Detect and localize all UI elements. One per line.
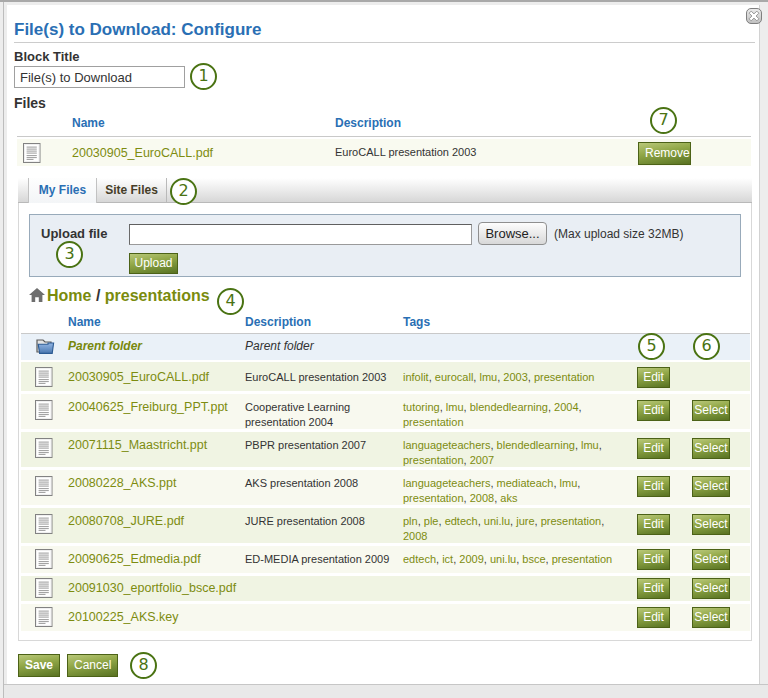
file-icon — [23, 143, 41, 167]
tag-link[interactable]: bsce — [522, 553, 545, 565]
file-name-link[interactable]: 20071115_Maastricht.ppt — [68, 438, 207, 452]
file-row: 20030905_EuroCALL.pdfEuroCALL presentati… — [21, 362, 750, 391]
file-description: EuroCALL presentation 2003 — [245, 370, 407, 385]
cancel-button[interactable]: Cancel — [67, 654, 118, 677]
tag-link[interactable]: jure — [516, 515, 534, 527]
tag-link[interactable]: eurocall — [435, 371, 474, 383]
close-icon[interactable] — [746, 8, 762, 24]
upload-file-label: Upload file — [41, 226, 107, 241]
annotation-4: 4 — [217, 288, 244, 315]
title-divider — [14, 42, 755, 43]
edit-button[interactable]: Edit — [637, 549, 670, 570]
tag-link[interactable]: 2007 — [470, 454, 494, 466]
file-tags: pln, ple, edtech, uni.lu, jure, presenta… — [403, 514, 621, 544]
home-icon[interactable] — [29, 288, 45, 307]
select-button[interactable]: Select — [692, 476, 730, 497]
annotation-3: 3 — [56, 241, 83, 268]
file-row: 20080228_AKS.pptAKS presentation 2008lan… — [21, 470, 750, 505]
tag-link[interactable]: pln — [403, 515, 418, 527]
tag-link[interactable]: languageteachers — [403, 477, 490, 489]
tag-link[interactable]: tutoring — [403, 401, 440, 413]
tab-my-files[interactable]: My Files — [28, 178, 97, 203]
tag-link[interactable]: presentation — [403, 416, 464, 428]
window-top-edge — [0, 0, 768, 2]
tag-link[interactable]: 2008 — [470, 492, 494, 504]
edit-button[interactable]: Edit — [637, 578, 670, 599]
upload-file-input[interactable] — [129, 224, 472, 245]
select-button[interactable]: Select — [692, 607, 730, 628]
select-button[interactable]: Select — [692, 400, 730, 421]
upload-button[interactable]: Upload — [129, 253, 178, 274]
tag-link[interactable]: languageteachers — [403, 439, 490, 451]
tag-link[interactable]: edtech — [445, 515, 478, 527]
file-name-link[interactable]: 20080708_JURE.pdf — [68, 514, 184, 528]
select-button[interactable]: Select — [692, 514, 730, 535]
upload-panel: Upload file Browse... (Max upload size 3… — [29, 214, 741, 277]
tag-link[interactable]: presentation — [534, 371, 595, 383]
edit-button[interactable]: Edit — [637, 400, 670, 421]
file-name-link[interactable]: 20040625_Freiburg_PPT.ppt — [68, 400, 228, 414]
breadcrumb-home-link[interactable]: Home — [47, 287, 91, 304]
tag-link[interactable]: presentation — [552, 553, 613, 565]
file-source-tabs: My Files Site Files — [18, 178, 752, 203]
file-name-link[interactable]: 20090625_Edmedia.pdf — [68, 552, 201, 566]
tag-link[interactable]: 2004 — [554, 401, 578, 413]
file-tags: infolit, eurocall, lmu, 2003, presentati… — [403, 370, 621, 385]
file-table-description-header: Description — [245, 315, 311, 329]
tag-link[interactable]: blendedlearning — [470, 401, 548, 413]
tag-link[interactable]: 2009 — [459, 553, 483, 565]
tag-link[interactable]: lmu — [581, 439, 599, 451]
file-icon — [35, 367, 53, 391]
window-left-edge — [3, 2, 4, 698]
select-button[interactable]: Select — [692, 578, 730, 599]
tag-link[interactable]: 2008 — [403, 530, 427, 542]
tag-link[interactable]: lmu — [446, 401, 464, 413]
file-name-link[interactable]: 20030905_EuroCALL.pdf — [68, 370, 209, 384]
tag-link[interactable]: ict — [442, 553, 453, 565]
select-button[interactable]: Select — [692, 438, 730, 459]
file-name-link[interactable]: 20091030_eportfolio_bsce.pdf — [68, 581, 236, 595]
browse-button[interactable]: Browse... — [478, 222, 547, 245]
file-row: 20091030_eportfolio_bsce.pdfEditSelect — [21, 576, 750, 601]
tag-link[interactable]: uni.lu — [490, 553, 516, 565]
tag-link[interactable]: mediateach — [497, 477, 554, 489]
file-name-link[interactable]: 20100225_AKS.key — [68, 610, 179, 624]
tag-link[interactable]: presentation — [403, 454, 464, 466]
edit-button[interactable]: Edit — [637, 438, 670, 459]
edit-button[interactable]: Edit — [637, 514, 670, 535]
edit-button[interactable]: Edit — [637, 476, 670, 497]
annotation-7: 7 — [650, 107, 677, 134]
tag-link[interactable]: presentation — [403, 492, 464, 504]
selected-file-name-link[interactable]: 20030905_EuroCALL.pdf — [72, 146, 213, 160]
tag-link[interactable]: ple — [424, 515, 439, 527]
tag-link[interactable]: uni.lu — [484, 515, 510, 527]
file-icon — [35, 400, 53, 424]
tag-link[interactable]: presentation — [541, 515, 602, 527]
file-description: PBPR presentation 2007 — [245, 438, 407, 453]
select-button[interactable]: Select — [692, 549, 730, 570]
save-button[interactable]: Save — [18, 654, 60, 677]
tag-link[interactable]: infolit — [403, 371, 429, 383]
file-tags: languageteachers, mediateach, lmu, prese… — [403, 476, 621, 506]
file-table-tags-header: Tags — [403, 315, 430, 329]
parent-folder-link[interactable]: Parent folder — [68, 339, 142, 353]
tag-link[interactable]: edtech — [403, 553, 436, 565]
tag-link[interactable]: blendedlearning — [497, 439, 575, 451]
tag-link[interactable]: lmu — [560, 477, 578, 489]
file-tags: tutoring, lmu, blendedlearning, 2004, pr… — [403, 400, 621, 430]
breadcrumb-current-link[interactable]: presentations — [105, 287, 210, 304]
tab-site-files[interactable]: Site Files — [97, 178, 167, 202]
block-title-input[interactable] — [14, 66, 185, 88]
file-icon — [35, 578, 53, 602]
edit-button[interactable]: Edit — [637, 367, 670, 388]
remove-button[interactable]: Remove — [638, 142, 691, 165]
file-row: 20100225_AKS.keyEditSelect — [21, 604, 750, 631]
file-description: AKS presentation 2008 — [245, 476, 407, 491]
file-name-link[interactable]: 20080228_AKS.ppt — [68, 476, 176, 490]
edit-button[interactable]: Edit — [637, 607, 670, 628]
tag-link[interactable]: lmu — [479, 371, 497, 383]
file-description: JURE presentation 2008 — [245, 514, 407, 529]
dialog-title: File(s) to Download: Configure — [14, 20, 261, 40]
tag-link[interactable]: 2003 — [503, 371, 527, 383]
tag-link[interactable]: aks — [500, 492, 517, 504]
